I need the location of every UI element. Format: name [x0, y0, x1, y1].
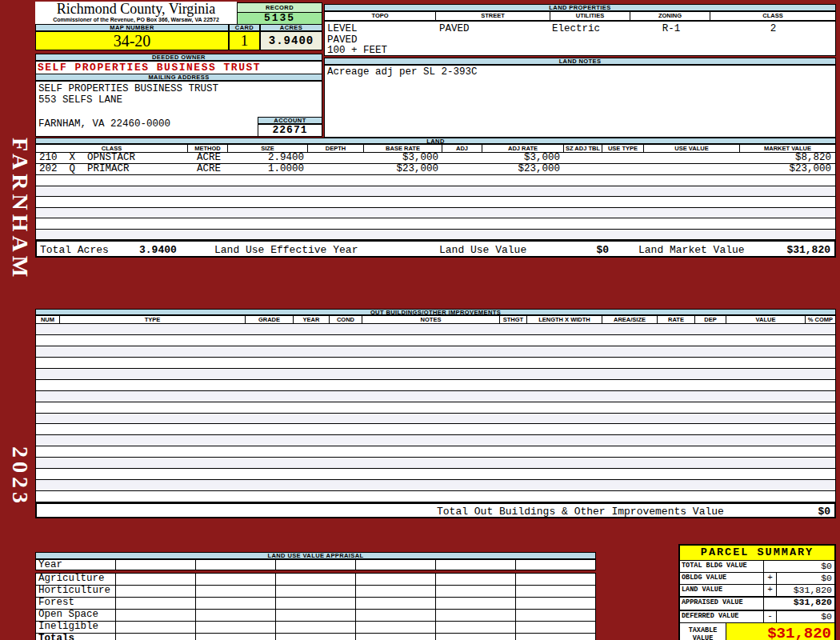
empty-cell: [516, 598, 595, 609]
column-header: ZONING: [630, 11, 710, 21]
empty-cell: [436, 634, 516, 640]
land-use-value: $0: [565, 244, 609, 256]
land-table-row: 202 Q PRIMACR ACRE 1.0000 $23,000 $23,00…: [35, 164, 836, 175]
parcel-row-label: LAND VALUE: [680, 585, 764, 596]
column-header: COND: [330, 315, 362, 324]
effective-year-label: Land Use Effective Year: [214, 244, 358, 256]
appraisal-row-year: Year: [35, 559, 596, 570]
empty-row: [36, 402, 835, 414]
empty-row: [36, 380, 835, 391]
land-size: 2.9400: [229, 153, 304, 163]
land-method: ACRE: [189, 164, 229, 174]
deeded-owner-value: SELF PROPERTIES BUSINESS TRUST: [35, 61, 322, 74]
county-header: Richmond County, Virginia Commissioner o…: [35, 2, 237, 24]
card-label: CARD: [229, 24, 260, 31]
empty-cell: [196, 622, 276, 633]
empty-cell: [356, 574, 436, 585]
appraisal-row-label: Open Space: [36, 610, 116, 621]
empty-row: [36, 346, 835, 358]
land-empty-rows: [35, 175, 836, 240]
land-properties-header-row: TOPOSTREETUTILITIESZONINGCLASS: [324, 11, 836, 21]
empty-row: [36, 208, 835, 219]
empty-row: [36, 230, 835, 241]
land-base-rate: $3,000: [365, 153, 438, 163]
taxable-label-line: VALUE: [680, 634, 726, 640]
parcel-summary-title: PARCEL SUMMARY: [680, 546, 834, 560]
column-header: TYPE: [60, 315, 246, 324]
mailing-address-line: SELF PROPERTIES BUSINESS TRUST: [36, 83, 322, 94]
appraisal-row-label: Year: [36, 560, 116, 570]
empty-cell: [436, 560, 516, 570]
land-use-appraisal-title: LAND USE VALUE APPRAISAL: [35, 552, 596, 559]
column-header: % COMP: [806, 315, 836, 324]
empty-cell: [436, 586, 516, 597]
column-header: SZ ADJ TBL: [564, 144, 602, 153]
total-acres-value: 3.9400: [139, 244, 177, 256]
record-value: 5135: [237, 13, 322, 25]
column-header: STREET: [436, 11, 550, 21]
acres-value: 3.9400: [260, 31, 322, 50]
parcel-row-value: $0: [777, 573, 834, 584]
empty-cell: [276, 622, 356, 633]
land-market-value-total: $31,820: [786, 244, 830, 256]
empty-cell: [516, 622, 595, 633]
empty-cell: [436, 610, 516, 621]
appraisal-cells: [116, 598, 595, 609]
appraisal-row-label: Totals: [36, 634, 116, 640]
out-buildings-total-row: Total Out Buildings & Other Improvements…: [35, 502, 836, 518]
parcel-row-label: DEFERRED VALUE: [680, 611, 764, 622]
column-header: YEAR: [294, 315, 330, 324]
parcel-row-total-bldg: TOTAL BLDG VALUE $0: [680, 560, 834, 572]
district-spine-label: FARNHAM: [2, 138, 33, 281]
class-value: 2: [711, 23, 835, 34]
empty-cell: [356, 610, 436, 621]
parcel-row-value: $0: [764, 561, 834, 572]
parcel-summary: PARCEL SUMMARY TOTAL BLDG VALUE $0 OBLDG…: [678, 544, 836, 640]
empty-cell: [196, 610, 276, 621]
topo-value-line2: PAVED: [327, 34, 358, 46]
empty-row: [36, 458, 835, 469]
empty-cell: [356, 634, 436, 640]
parcel-row-taxable: TAXABLE VALUE $31,820: [680, 622, 834, 640]
land-use-value-label: Land Use Value: [439, 244, 526, 256]
account-value: 22671: [258, 124, 322, 137]
land-notes-text: Acreage adj per SL 2-393C: [324, 65, 836, 138]
zoning-value: R-1: [631, 23, 711, 34]
empty-cell: [116, 622, 196, 633]
appraisal-row-agriculture: Agriculture: [35, 573, 596, 586]
parcel-row-operator: +: [764, 573, 777, 584]
card-value: 1: [229, 31, 260, 50]
land-market-value: $23,000: [789, 164, 831, 174]
street-value: PAVED: [439, 23, 470, 34]
topo-value-line3: 100 + FEET: [327, 45, 387, 56]
parcel-row-deferred: DEFERRED VALUE - $0: [680, 610, 834, 622]
parcel-row-obldg: OBLDG VALUE + $0: [680, 572, 834, 584]
empty-row: [36, 335, 835, 346]
parcel-row-label: TOTAL BLDG VALUE: [680, 561, 764, 572]
out-buildings-empty-rows: [35, 324, 836, 502]
empty-row: [36, 469, 835, 480]
empty-row: [36, 446, 835, 458]
land-market-value: $8,820: [795, 153, 831, 163]
empty-cell: [356, 622, 436, 633]
appraisal-cells: [116, 622, 595, 633]
column-header: NOTES: [362, 315, 500, 324]
column-header: USE VALUE: [644, 144, 740, 153]
column-header: RATE: [658, 315, 695, 324]
empty-cell: [276, 598, 356, 609]
out-buildings-header-row: NUMTYPEGRADEYEARCONDNOTESSTHGTLENGTH X W…: [35, 315, 836, 324]
land-section-title: LAND: [35, 138, 836, 144]
parcel-row-label: OBLDG VALUE: [680, 573, 764, 584]
mailing-address-label: MAILING ADDRESS: [35, 74, 322, 81]
empty-cell: [276, 574, 356, 585]
map-number-value: 34-20: [35, 31, 229, 50]
empty-cell: [116, 598, 196, 609]
empty-cell: [516, 634, 595, 640]
empty-cell: [116, 574, 196, 585]
utilities-value: Electric: [552, 23, 600, 34]
land-use-appraisal-body: Agriculture Horticulture Forest Open Spa…: [35, 573, 596, 640]
column-header: STHGT: [500, 315, 527, 324]
county-subtitle: Commissioner of the Revenue, PO Box 366,…: [35, 17, 237, 23]
deeded-owner-label: DEEDED OWNER: [35, 54, 322, 61]
column-header: NUM: [35, 315, 60, 324]
